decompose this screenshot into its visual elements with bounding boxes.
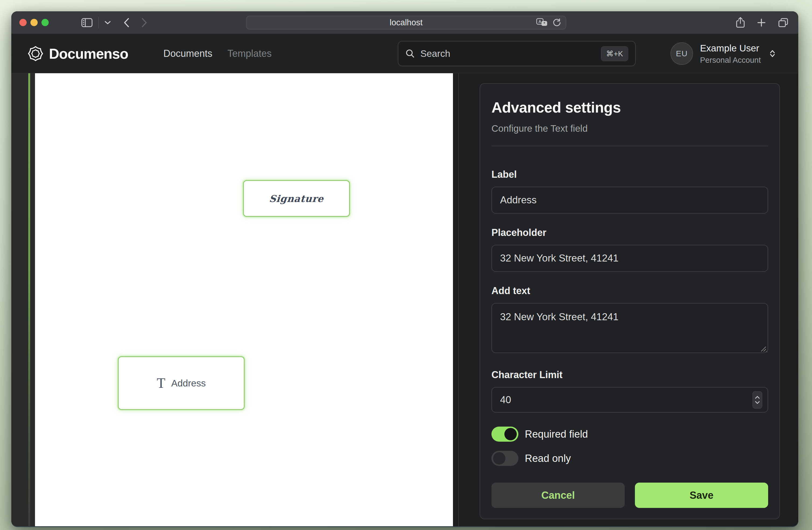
nav-templates[interactable]: Templates	[228, 48, 272, 59]
toggle-knob	[493, 452, 505, 464]
share-icon[interactable]	[736, 17, 745, 28]
character-limit-input[interactable]	[491, 387, 768, 413]
stepper-up-icon	[755, 396, 760, 399]
chevrons-up-down-icon	[768, 50, 777, 58]
minimize-window-button[interactable]	[30, 19, 38, 26]
read-only-label: Read only	[525, 453, 571, 464]
required-field-label: Required field	[525, 429, 588, 440]
toolbar-divider	[98, 17, 99, 28]
brand-name: Documenso	[49, 45, 128, 62]
advanced-settings-panel: Advanced settings Configure the Text fie…	[480, 83, 780, 519]
svg-text:*: *	[544, 21, 545, 26]
search-placeholder: Search	[420, 48, 450, 59]
placeholder-input[interactable]	[491, 245, 768, 272]
settings-sidebar: Advanced settings Configure the Text fie…	[459, 73, 798, 526]
zoom-window-button[interactable]	[41, 19, 49, 26]
new-tab-icon[interactable]	[757, 18, 766, 27]
avatar: EU	[670, 42, 693, 65]
close-window-button[interactable]	[19, 19, 27, 26]
label-field-label: Label	[491, 169, 768, 180]
user-name: Example User	[700, 43, 761, 54]
chevron-down-icon[interactable]	[104, 20, 111, 25]
toggle-knob	[504, 428, 517, 440]
user-menu[interactable]: EU Example User Personal Account	[670, 34, 777, 73]
brand[interactable]: Documenso	[28, 34, 128, 73]
main-nav: Documents Templates	[163, 34, 272, 73]
browser-window: localhost A *	[11, 11, 798, 526]
documenso-logo-icon	[28, 46, 43, 61]
traffic-lights	[19, 19, 49, 26]
search-icon	[405, 49, 415, 58]
text-field-label: Address	[171, 378, 206, 389]
search-shortcut-badge: ⌘+K	[601, 46, 628, 61]
save-button[interactable]: Save	[635, 483, 768, 508]
signature-field[interactable]: Signature	[243, 180, 350, 217]
url-text: localhost	[390, 18, 423, 27]
add-text-textarea[interactable]: 32 New York Street, 41241	[491, 303, 768, 353]
sidebar-toggle-icon[interactable]	[81, 18, 93, 27]
add-text-field-label: Add text	[491, 285, 768, 296]
character-limit-field-label: Character Limit	[491, 369, 768, 380]
main-content: Signature T Address Advanced settings Co…	[11, 73, 798, 526]
address-bar[interactable]: localhost A *	[246, 16, 566, 30]
document-page: Signature T Address	[35, 73, 453, 526]
panel-subtitle: Configure the Text field	[491, 123, 768, 134]
read-only-toggle[interactable]	[491, 451, 518, 466]
forward-button[interactable]	[141, 18, 147, 27]
translate-icon[interactable]: A *	[536, 18, 548, 27]
panel-divider	[491, 146, 768, 146]
read-only-row: Read only	[491, 451, 768, 466]
reload-icon[interactable]	[552, 18, 562, 27]
number-stepper[interactable]	[753, 391, 762, 408]
app-header: Documenso Documents Templates Search ⌘+K…	[11, 34, 798, 73]
back-button[interactable]	[124, 18, 129, 27]
label-input[interactable]	[491, 187, 768, 213]
browser-toolbar: localhost A *	[11, 11, 798, 34]
placeholder-field-label: Placeholder	[491, 227, 768, 238]
stepper-down-icon	[755, 401, 760, 404]
type-icon: T	[157, 376, 165, 390]
page-gutter	[11, 73, 35, 526]
nav-documents[interactable]: Documents	[163, 48, 212, 59]
active-page-indicator	[28, 73, 30, 526]
required-field-row: Required field	[491, 427, 768, 442]
tab-overview-icon[interactable]	[778, 17, 788, 28]
svg-text:A: A	[539, 19, 541, 24]
signature-field-label: Signature	[269, 193, 324, 204]
panel-title: Advanced settings	[491, 99, 768, 116]
user-account: Personal Account	[700, 56, 761, 65]
required-field-toggle[interactable]	[491, 427, 518, 442]
text-field-address[interactable]: T Address	[118, 356, 245, 410]
search-input[interactable]: Search ⌘+K	[398, 41, 636, 66]
cancel-button[interactable]: Cancel	[491, 483, 625, 508]
